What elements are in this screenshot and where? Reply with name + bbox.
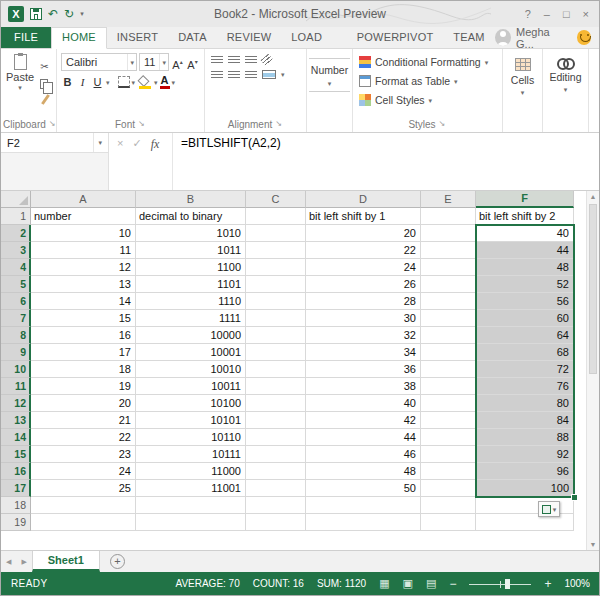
cell-c9[interactable] [246, 344, 306, 361]
cell-e10[interactable] [421, 361, 476, 378]
column-header-d[interactable]: D [306, 191, 421, 208]
cell-a7[interactable]: 15 [31, 310, 136, 327]
row-header-14[interactable]: 14 [1, 429, 31, 446]
cell-a3[interactable]: 11 [31, 242, 136, 259]
sheet-nav-left-icon[interactable] [1, 551, 16, 572]
cell-c15[interactable] [246, 446, 306, 463]
cell-a8[interactable]: 16 [31, 327, 136, 344]
cell-e14[interactable] [421, 429, 476, 446]
tab-team[interactable]: TEAM [443, 27, 494, 48]
row-header-10[interactable]: 10 [1, 361, 31, 378]
save-icon[interactable] [30, 8, 42, 20]
cell-f11[interactable]: 76 [476, 378, 574, 395]
cell-f6[interactable]: 56 [476, 293, 574, 310]
font-size-select[interactable]: 11 [139, 53, 169, 71]
clipboard-dialog-launcher-icon[interactable] [49, 121, 54, 129]
cell-c4[interactable] [246, 259, 306, 276]
cell-e19[interactable] [421, 514, 476, 531]
cell-f16[interactable]: 96 [476, 463, 574, 480]
cell-a19[interactable] [31, 514, 136, 531]
name-box[interactable]: F2 [1, 133, 108, 153]
cell-e18[interactable] [421, 497, 476, 514]
column-header-e[interactable]: E [421, 191, 476, 208]
zoom-in-icon[interactable]: + [544, 577, 551, 591]
cell-f15[interactable]: 92 [476, 446, 574, 463]
cell-d18[interactable] [306, 497, 421, 514]
undo-icon[interactable] [48, 8, 58, 20]
cell-a4[interactable]: 12 [31, 259, 136, 276]
borders-caret-icon[interactable] [132, 79, 136, 86]
help-button[interactable]: ? [525, 8, 531, 20]
cell-d12[interactable]: 40 [306, 395, 421, 412]
cell-f14[interactable]: 88 [476, 429, 574, 446]
qat-customize-icon[interactable] [80, 10, 84, 18]
paste-button[interactable]: Paste [3, 50, 37, 117]
font-dialog-launcher-icon[interactable] [138, 121, 146, 129]
cell-c5[interactable] [246, 276, 306, 293]
row-header-6[interactable]: 6 [1, 293, 31, 310]
cell-d15[interactable]: 46 [306, 446, 421, 463]
scrollbar-thumb[interactable] [589, 204, 597, 374]
row-header-2[interactable]: 2 [1, 225, 31, 242]
cell-b15[interactable]: 10111 [136, 446, 246, 463]
cell-a9[interactable]: 17 [31, 344, 136, 361]
cell-d5[interactable]: 26 [306, 276, 421, 293]
cell-a13[interactable]: 21 [31, 412, 136, 429]
row-header-4[interactable]: 4 [1, 259, 31, 276]
row-header-17[interactable]: 17 [1, 480, 31, 497]
number-format-button[interactable]: Number [309, 58, 350, 92]
cell-d4[interactable]: 24 [306, 259, 421, 276]
cell-f1[interactable]: bit left shift by 2 [476, 208, 574, 225]
cell-b14[interactable]: 10110 [136, 429, 246, 446]
cell-c10[interactable] [246, 361, 306, 378]
cell-f9[interactable]: 68 [476, 344, 574, 361]
zoom-slider[interactable] [469, 579, 531, 589]
cell-a12[interactable]: 20 [31, 395, 136, 412]
cell-b2[interactable]: 1010 [136, 225, 246, 242]
cell-b10[interactable]: 10010 [136, 361, 246, 378]
row-header-16[interactable]: 16 [1, 463, 31, 480]
cell-e2[interactable] [421, 225, 476, 242]
cell-c11[interactable] [246, 378, 306, 395]
cell-e5[interactable] [421, 276, 476, 293]
cell-e3[interactable] [421, 242, 476, 259]
normal-view-icon[interactable] [379, 578, 389, 589]
cell-d3[interactable]: 22 [306, 242, 421, 259]
page-break-view-icon[interactable] [426, 578, 436, 589]
cell-c6[interactable] [246, 293, 306, 310]
cell-styles-button[interactable]: Cell Styles [359, 92, 500, 108]
conditional-formatting-button[interactable]: Conditional Formatting [359, 54, 500, 70]
cell-c13[interactable] [246, 412, 306, 429]
cell-a6[interactable]: 14 [31, 293, 136, 310]
underline-button[interactable]: U [91, 74, 104, 90]
cell-e6[interactable] [421, 293, 476, 310]
zoom-percentage[interactable]: 100% [564, 578, 590, 589]
copy-button[interactable] [40, 79, 48, 89]
increase-font-size-button[interactable] [171, 54, 184, 70]
tab-data[interactable]: DATA [168, 27, 217, 48]
close-button[interactable]: × [583, 8, 589, 20]
cell-c1[interactable] [246, 208, 306, 225]
cell-b19[interactable] [136, 514, 246, 531]
cell-a11[interactable]: 19 [31, 378, 136, 395]
tab-load-test[interactable]: LOAD TEST [281, 27, 346, 48]
cell-f10[interactable]: 72 [476, 361, 574, 378]
cell-c2[interactable] [246, 225, 306, 242]
cell-b12[interactable]: 10100 [136, 395, 246, 412]
cell-e12[interactable] [421, 395, 476, 412]
cell-b5[interactable]: 1101 [136, 276, 246, 293]
zoom-slider-thumb[interactable] [505, 579, 510, 589]
underline-caret-icon[interactable] [106, 79, 110, 86]
align-right-button[interactable] [245, 71, 257, 79]
cell-b4[interactable]: 1100 [136, 259, 246, 276]
editing-button[interactable]: Editing [545, 50, 586, 93]
align-left-button[interactable] [211, 71, 223, 79]
cancel-icon[interactable]: × [117, 137, 123, 149]
cell-e4[interactable] [421, 259, 476, 276]
cell-d14[interactable]: 44 [306, 429, 421, 446]
column-header-a[interactable]: A [31, 191, 136, 208]
font-color-button[interactable] [160, 75, 170, 89]
row-header-11[interactable]: 11 [1, 378, 31, 395]
tab-review[interactable]: REVIEW [217, 27, 282, 48]
cells-button[interactable]: Cells [505, 50, 540, 96]
